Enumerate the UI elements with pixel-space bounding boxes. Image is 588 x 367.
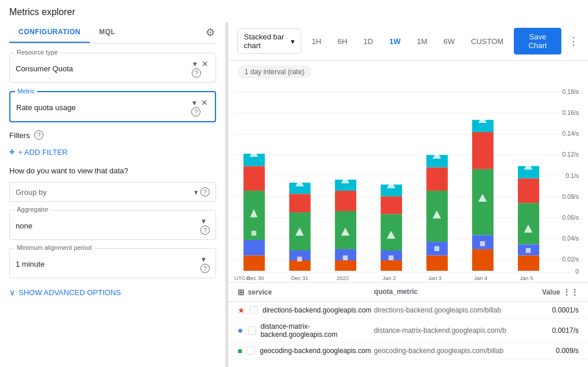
bar-jan5-green	[518, 203, 539, 244]
group-by-help-icon[interactable]: ?	[200, 187, 210, 197]
svg-text:0.08/s: 0.08/s	[563, 193, 579, 200]
bar-dec31-red	[289, 194, 311, 212]
legend-service-label: service	[248, 288, 272, 296]
left-panel: CONFIGURATION MQL ⚙ Resource type Consum…	[0, 22, 226, 367]
save-chart-button[interactable]: Save Chart	[514, 28, 561, 54]
show-advanced-button[interactable]: ∨ SHOW ADVANCED OPTIONS	[9, 288, 216, 297]
alignment-period-field[interactable]: Minimum alignment period 1 minute ▾ ?	[9, 248, 216, 278]
chart-type-select[interactable]: Stacked bar chart ▾	[238, 28, 301, 54]
legend-row1-quota: directions-backend.googleapis.com/billab	[374, 306, 511, 314]
bar-jan5-icon1	[524, 162, 532, 170]
group-by-placeholder: Group by	[16, 188, 194, 197]
legend-row1-value: 0.0001/s	[510, 306, 579, 314]
chart-area: 0.18/s 0.16/s 0.14/s 0.12/s 0.1/s 0.08/s…	[228, 83, 588, 280]
svg-text:0.14/s: 0.14/s	[563, 130, 579, 137]
aggregator-dropdown-icon[interactable]: ▾	[200, 215, 207, 227]
time-btn-custom[interactable]: CUSTOM	[465, 34, 509, 49]
time-btn-6w[interactable]: 6W	[438, 34, 461, 49]
resource-type-field[interactable]: Resource type Consumer Quota ▾ ✕ ?	[9, 53, 216, 83]
svg-text:Dec 31: Dec 31	[291, 275, 308, 280]
metric-value: Rate quota usage	[16, 103, 191, 112]
aggregator-help-icon[interactable]: ?	[200, 226, 210, 235]
legend-row-2: ● distance-matrix-backend.googleapis.com…	[228, 319, 588, 343]
svg-text:Jan 5: Jan 5	[520, 275, 533, 280]
bar-jan4-icon1	[479, 115, 487, 123]
metric-field[interactable]: Metric Rate quota usage ▾ ✕ ?	[9, 91, 216, 122]
time-btn-1m[interactable]: 1M	[411, 34, 433, 49]
svg-text:0.1/s: 0.1/s	[565, 172, 579, 179]
bar-jan3-square	[434, 246, 439, 252]
bar-jan1-orange	[335, 260, 356, 271]
filters-help-icon[interactable]: ?	[34, 130, 43, 140]
resource-type-dropdown-icon[interactable]: ▾	[192, 58, 198, 70]
tabs-row: CONFIGURATION MQL ⚙	[9, 22, 216, 43]
svg-text:0: 0	[575, 268, 579, 275]
aggregator-value: none	[16, 221, 200, 230]
resource-type-group: Resource type Consumer Quota ▾ ✕ ?	[9, 53, 216, 83]
bar-jan2-red	[381, 197, 402, 215]
interval-badge-text: 1 day interval (rate)	[238, 66, 311, 78]
bar-jan5-square	[526, 248, 531, 253]
bar-jan4-orange	[472, 249, 494, 271]
aggregator-field[interactable]: Aggregator none ▾ ?	[9, 210, 216, 240]
legend-row3-checkbox[interactable]	[247, 347, 255, 355]
legend-row2-service-text: distance-matrix-backend.googleapis.com	[261, 322, 374, 339]
bar-dec30-blue	[243, 240, 265, 256]
time-btn-1h[interactable]: 1H	[306, 34, 327, 49]
chart-type-label: Stacked bar chart	[244, 32, 287, 50]
group-by-dropdown[interactable]: Group by ▾ ?	[9, 182, 216, 202]
add-filter-plus-icon: +	[9, 147, 14, 157]
bar-jan4-red	[472, 132, 494, 169]
svg-text:0.16/s: 0.16/s	[563, 109, 579, 116]
show-advanced-chevron-icon: ∨	[9, 288, 15, 297]
metric-clear-icon[interactable]: ✕	[200, 97, 209, 108]
bar-dec31-icon1	[295, 179, 304, 187]
metric-help-icon[interactable]: ?	[191, 107, 200, 117]
alignment-dropdown-icon[interactable]: ▾	[200, 253, 207, 265]
bar-dec30-red	[243, 166, 265, 191]
legend-columns-icon[interactable]: ⋮⋮	[563, 288, 579, 297]
resource-type-help-icon[interactable]: ?	[192, 68, 201, 78]
group-by-arrow-icon: ▾	[194, 188, 198, 197]
tab-mql[interactable]: MQL	[90, 22, 125, 43]
metric-dropdown-icon[interactable]: ▾	[191, 97, 198, 108]
legend-service-grid-icon: ⊞	[238, 288, 244, 297]
legend-row2-value: 0.0017/s	[510, 326, 579, 335]
svg-text:0.12/s: 0.12/s	[563, 151, 579, 158]
bar-jan3-orange	[426, 256, 448, 271]
interval-badge: 1 day interval (rate)	[228, 61, 588, 83]
tab-configuration[interactable]: CONFIGURATION	[9, 22, 90, 43]
alignment-period-value: 1 minute	[16, 260, 200, 268]
svg-text:2022: 2022	[337, 275, 349, 280]
legend-value-label: Value	[542, 288, 560, 296]
add-filter-label: + ADD FILTER	[18, 148, 67, 157]
legend-row3-square-icon: ■	[238, 346, 242, 355]
resource-type-value: Consumer Quota	[16, 64, 192, 73]
bar-jan4-green	[472, 169, 494, 235]
bar-jan2-square	[389, 256, 393, 261]
svg-text:Jan 4: Jan 4	[474, 275, 487, 280]
bar-jan1-icon1	[341, 175, 350, 183]
resource-type-clear-icon[interactable]: ✕	[200, 58, 210, 70]
settings-icon[interactable]: ⚙	[204, 25, 216, 40]
bar-jan1-square	[343, 256, 348, 261]
legend-row-1: ★ directions-backend.googleapis.com dire…	[228, 302, 588, 319]
bar-jan3-icon1	[433, 151, 441, 159]
svg-text:0.04/s: 0.04/s	[563, 235, 579, 242]
bar-jan2-icon1	[387, 180, 396, 188]
legend-row3-value: 0.009/s	[510, 347, 579, 355]
time-btn-1w[interactable]: 1W	[384, 34, 407, 49]
time-btn-1d[interactable]: 1D	[357, 34, 379, 49]
legend-row-3: ■ geocoding-backend.googleapis.com geoco…	[228, 343, 588, 359]
bar-dec30-icon	[250, 150, 258, 157]
more-options-icon[interactable]: ⋮	[568, 35, 579, 48]
time-btn-6h[interactable]: 6H	[332, 34, 353, 49]
bar-jan1-red	[335, 191, 356, 211]
alignment-help-icon[interactable]: ?	[200, 264, 210, 273]
add-filter-button[interactable]: + + ADD FILTER	[9, 147, 216, 157]
legend-row1-checkbox[interactable]	[250, 306, 258, 314]
legend-row2-checkbox[interactable]	[248, 326, 256, 335]
legend-row3-service: ■ geocoding-backend.googleapis.com	[238, 346, 374, 355]
legend-header: ⊞ service quota_metric Value ⋮⋮	[228, 283, 588, 302]
bar-jan2-orange	[381, 260, 402, 271]
